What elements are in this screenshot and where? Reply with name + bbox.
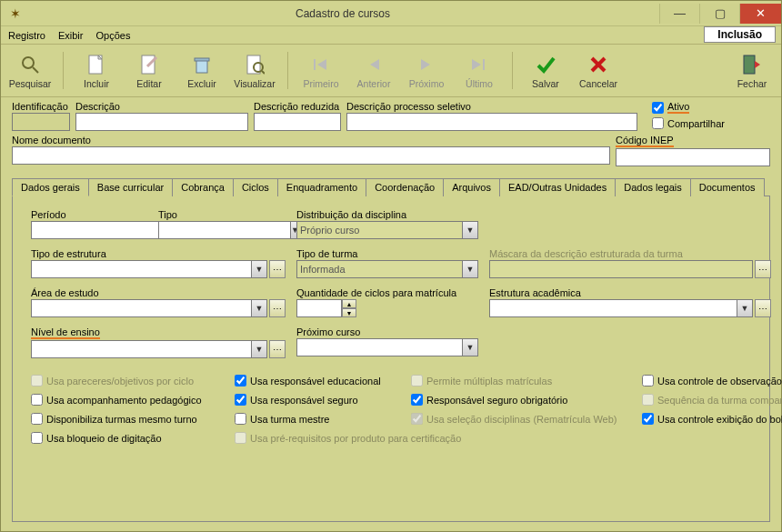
chk-resp-seguro-obrig[interactable]: Responsável seguro obrigatório [411, 394, 638, 406]
checkbox-compartilhar-input[interactable] [652, 117, 664, 129]
select-tipo[interactable]: ▼ [158, 221, 276, 239]
label-tipo: Tipo [158, 209, 276, 220]
toolbar-proximo[interactable]: Próximo [403, 46, 450, 95]
minimize-button[interactable]: — [659, 4, 699, 24]
svg-marker-12 [317, 59, 326, 70]
select-nivel-ensino[interactable]: ▼ [31, 340, 267, 358]
toolbar-visualizar[interactable]: Visualizar [231, 46, 278, 95]
chevron-down-icon[interactable]: ▼ [251, 299, 267, 317]
chk-controle-obs-diario[interactable]: Usa controle de observação no diário [642, 375, 782, 386]
svg-rect-11 [314, 59, 316, 70]
lookup-button[interactable]: ⋯ [269, 260, 286, 278]
checkbox-ativo-input[interactable] [652, 102, 664, 114]
trash-icon [190, 53, 214, 76]
spinner-qtd-ciclos[interactable]: ▲ ▼ [296, 299, 478, 317]
select-proximo-curso[interactable]: ▼ [296, 338, 478, 356]
chk-bloqueio-digitacao[interactable]: Usa bloqueio de digitação [31, 432, 231, 444]
toolbar-fechar[interactable]: Fechar [728, 46, 776, 95]
checkbox-compartilhar[interactable]: Compartilhar [652, 117, 770, 129]
tabstrip: Dados gerais Base curricular Cobrança Ci… [12, 177, 770, 196]
label-periodo: Período [31, 209, 149, 220]
tab-arquivos[interactable]: Arquivos [443, 178, 500, 196]
svg-marker-20 [755, 61, 760, 68]
label-nivel-ensino: Nível de ensino [31, 326, 100, 339]
toolbar-salvar[interactable]: Salvar [522, 46, 569, 95]
input-mascara [489, 260, 753, 278]
lookup-button[interactable]: ⋯ [755, 299, 771, 317]
toolbar-anterior[interactable]: Anterior [350, 46, 397, 95]
spin-up-icon[interactable]: ▲ [342, 299, 356, 308]
select-estrutura-acad[interactable]: ▼ [489, 299, 753, 317]
toolbar-pesquisar[interactable]: Pesquisar [6, 46, 54, 95]
chk-turma-mestre[interactable]: Usa turma mestre [235, 413, 407, 425]
tab-coordenacao[interactable]: Coordenação [366, 178, 444, 196]
app-icon: ✶ [5, 3, 26, 25]
select-area-estudo[interactable]: ▼ [31, 299, 267, 317]
menu-exibir[interactable]: Exibir [58, 30, 84, 41]
door-exit-icon [740, 53, 764, 76]
chk-resp-educacional[interactable]: Usa responsável educacional [235, 375, 407, 386]
lookup-button[interactable]: ⋯ [269, 299, 286, 317]
menu-opcoes[interactable]: Opções [95, 30, 130, 41]
chevron-down-icon[interactable]: ▼ [462, 260, 478, 278]
svg-marker-13 [370, 59, 379, 70]
chk-acomp-pedagogico[interactable]: Usa acompanhamento pedagógico [31, 394, 231, 406]
chk-usa-pareceres: Usa pareceres/objetivos por ciclo [31, 375, 231, 386]
svg-marker-14 [421, 59, 430, 70]
chk-seq-turma-compart: Sequência da turma compartilhada [642, 394, 782, 406]
chevron-down-icon[interactable]: ▼ [251, 260, 267, 278]
next-icon [415, 53, 438, 76]
toolbar-ultimo[interactable]: Último [456, 46, 503, 95]
select-tipo-estrutura[interactable]: ▼ [31, 260, 267, 278]
maximize-button[interactable]: ▢ [699, 4, 739, 24]
lookup-button[interactable]: ⋯ [755, 260, 771, 278]
toolbar-excluir[interactable]: Excluir [178, 46, 226, 95]
chevron-down-icon[interactable]: ▼ [737, 299, 753, 317]
select-tipo-turma[interactable]: ▼ [296, 260, 478, 278]
tab-enquadramento[interactable]: Enquadramento [277, 178, 366, 196]
label-identificacao: Identificação [12, 101, 70, 112]
svg-line-1 [33, 67, 38, 73]
select-distribuicao[interactable]: ▼ [296, 221, 478, 239]
label-proximo-curso: Próximo curso [296, 326, 478, 337]
input-descricao-proc-sel[interactable] [346, 113, 637, 131]
app-window: ✶ Cadastro de cursos — ▢ ✕ Registro Exib… [0, 0, 782, 532]
checkbox-grid: Usa pareceres/objetivos por ciclo Usa re… [31, 375, 751, 444]
tab-dados-legais[interactable]: Dados legais [615, 178, 691, 196]
toolbar-cancelar[interactable]: Cancelar [575, 46, 622, 95]
search-icon [18, 53, 42, 76]
toolbar-editar[interactable]: Editar [125, 46, 173, 95]
label-area-estudo: Área de estudo [31, 287, 286, 298]
input-identificacao[interactable] [12, 113, 70, 131]
chk-disp-turmas-turno[interactable]: Disponibiliza turmas mesmo turno [31, 413, 231, 425]
input-descricao[interactable] [75, 113, 248, 131]
input-descricao-reduzida[interactable] [254, 113, 341, 131]
toolbar-incluir[interactable]: Incluir [73, 46, 120, 95]
chk-resp-seguro[interactable]: Usa responsável seguro [235, 394, 407, 406]
chevron-down-icon[interactable]: ▼ [462, 221, 478, 239]
toolbar-primeiro[interactable]: Primeiro [297, 46, 345, 95]
svg-rect-16 [483, 59, 485, 70]
close-button[interactable]: ✕ [739, 4, 781, 24]
input-codigo-inep[interactable] [616, 148, 770, 166]
tab-documentos[interactable]: Documentos [690, 178, 765, 196]
tab-base-curricular[interactable]: Base curricular [88, 178, 173, 196]
preview-icon [243, 53, 266, 76]
lookup-button[interactable]: ⋯ [269, 340, 286, 358]
chevron-down-icon[interactable]: ▼ [462, 338, 478, 356]
tab-cobranca[interactable]: Cobrança [172, 178, 234, 196]
tab-ead[interactable]: EAD/Outras Unidades [499, 178, 616, 196]
checkbox-ativo[interactable]: Ativo [652, 101, 770, 114]
form-body: Identificação Descrição Descrição reduzi… [1, 97, 781, 531]
svg-point-0 [23, 57, 34, 68]
chevron-down-icon[interactable]: ▼ [251, 340, 267, 358]
toolbar: Pesquisar Incluir Editar Excluir Visuali… [1, 45, 781, 97]
spin-down-icon[interactable]: ▼ [342, 308, 356, 317]
chk-exibicao-boletim[interactable]: Usa controle exibição do boletim web [642, 413, 782, 425]
menu-registro[interactable]: Registro [8, 30, 45, 41]
input-nome-documento[interactable] [12, 146, 610, 165]
mode-badge: Inclusão [704, 26, 776, 43]
select-periodo[interactable]: ▼ [31, 221, 149, 239]
tab-ciclos[interactable]: Ciclos [233, 178, 278, 196]
tab-dados-gerais[interactable]: Dados gerais [12, 178, 89, 196]
